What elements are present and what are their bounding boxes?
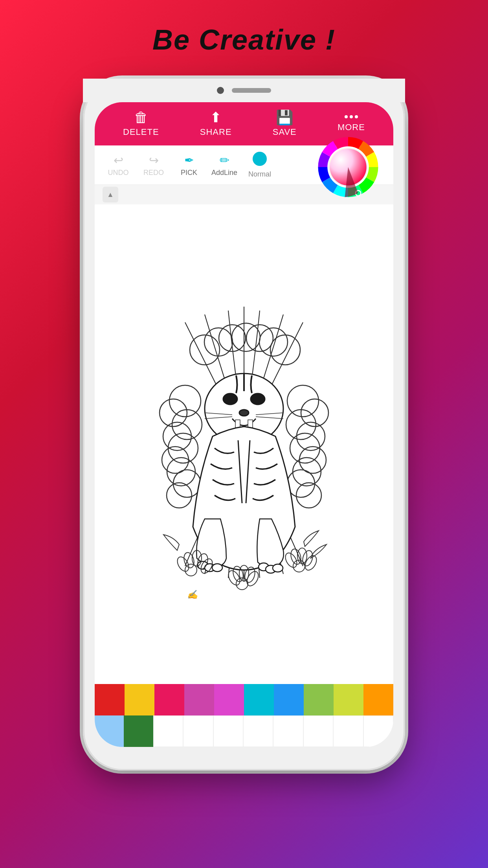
delete-label: DELETE: [123, 127, 159, 137]
color-wheel[interactable]: [315, 134, 382, 200]
palette-row-1: [95, 684, 393, 715]
color-swatch[interactable]: [183, 715, 213, 747]
camera-dot: [217, 87, 224, 94]
color-swatch[interactable]: [363, 684, 393, 715]
redo-label: REDO: [143, 169, 164, 177]
share-button[interactable]: ⬆ SHARE: [200, 110, 232, 137]
color-swatch[interactable]: [95, 684, 125, 715]
svg-point-63: [301, 550, 314, 567]
svg-point-19: [290, 433, 320, 463]
color-palette: [95, 684, 393, 747]
color-swatch[interactable]: [153, 715, 183, 747]
color-swatch[interactable]: [243, 715, 273, 747]
canvas-area[interactable]: ✍: [95, 204, 393, 684]
color-swatch[interactable]: [363, 715, 393, 747]
share-label: SHARE: [200, 127, 232, 137]
color-swatch[interactable]: [95, 715, 124, 747]
svg-point-29: [259, 328, 288, 356]
save-icon: 💾: [276, 110, 294, 125]
screen: 🗑 DELETE ⬆ SHARE 💾 SAVE: [95, 102, 393, 747]
undo-icon: ↩: [114, 153, 123, 167]
undo-label: UNDO: [108, 169, 129, 177]
expand-button[interactable]: ▲: [103, 187, 118, 202]
addline-icon: ✏: [220, 153, 229, 167]
svg-rect-35: [235, 420, 240, 428]
svg-point-43: [212, 564, 222, 572]
normal-label: Normal: [248, 170, 271, 178]
more-button[interactable]: MORE: [338, 115, 365, 132]
redo-icon: ↪: [149, 153, 159, 167]
svg-point-46: [273, 564, 283, 572]
color-swatch[interactable]: [304, 684, 334, 715]
save-label: SAVE: [273, 127, 297, 137]
color-swatch[interactable]: [124, 715, 153, 747]
normal-color-circle: [253, 152, 267, 169]
svg-rect-36: [248, 420, 253, 428]
pick-icon: ✒: [184, 153, 194, 167]
normal-button[interactable]: Normal: [244, 152, 275, 178]
svg-point-22: [287, 470, 315, 497]
svg-point-10: [168, 433, 198, 463]
palette-row-2: [95, 715, 393, 747]
color-swatch[interactable]: [333, 715, 363, 747]
color-swatch[interactable]: [334, 684, 363, 715]
color-swatch[interactable]: [154, 684, 184, 715]
svg-point-32: [223, 394, 237, 405]
speaker-bar: [232, 88, 271, 93]
phone-inner: 🗑 DELETE ⬆ SHARE 💾 SAVE: [95, 102, 393, 747]
tagline: Be Creative !: [152, 24, 336, 56]
pick-button[interactable]: ✒ PICK: [173, 153, 205, 177]
svg-point-15: [287, 385, 319, 417]
color-swatch[interactable]: [244, 684, 274, 715]
tiger-svg: ✍: [126, 283, 362, 605]
svg-point-6: [169, 385, 201, 417]
expand-icon: ▲: [107, 191, 114, 199]
color-swatch[interactable]: [184, 684, 214, 715]
color-swatch[interactable]: [273, 715, 303, 747]
background: Be Creative ! 🗑 DELETE ⬆ SHARE: [0, 0, 488, 868]
sub-toolbar: ↩ UNDO ↪ REDO ✒ PICK ✏ AddLine: [95, 145, 393, 185]
addline-button[interactable]: ✏ AddLine: [209, 153, 240, 177]
svg-text:✍: ✍: [186, 589, 200, 600]
redo-button[interactable]: ↪ REDO: [138, 153, 169, 177]
svg-point-0: [253, 152, 267, 166]
phone-top: [83, 79, 405, 102]
color-swatch[interactable]: [214, 684, 244, 715]
pick-label: PICK: [181, 169, 197, 177]
more-icon: [345, 115, 358, 118]
share-icon: ⬆: [210, 110, 222, 125]
delete-button[interactable]: 🗑 DELETE: [123, 110, 159, 137]
color-wheel-container[interactable]: [315, 134, 385, 212]
svg-point-13: [173, 470, 201, 497]
tiger-drawing: ✍: [126, 283, 362, 605]
undo-button[interactable]: ↩ UNDO: [103, 153, 134, 177]
save-button[interactable]: 💾 SAVE: [273, 110, 297, 137]
color-swatch[interactable]: [303, 715, 333, 747]
more-label: MORE: [338, 122, 365, 132]
svg-point-34: [239, 410, 249, 416]
phone-shell: 🗑 DELETE ⬆ SHARE 💾 SAVE: [83, 79, 405, 771]
svg-point-25: [204, 328, 233, 356]
color-swatch[interactable]: [125, 684, 154, 715]
color-swatch[interactable]: [213, 715, 243, 747]
delete-icon: 🗑: [134, 110, 148, 125]
svg-point-33: [251, 394, 265, 405]
addline-label: AddLine: [211, 169, 237, 177]
color-swatch[interactable]: [274, 684, 304, 715]
